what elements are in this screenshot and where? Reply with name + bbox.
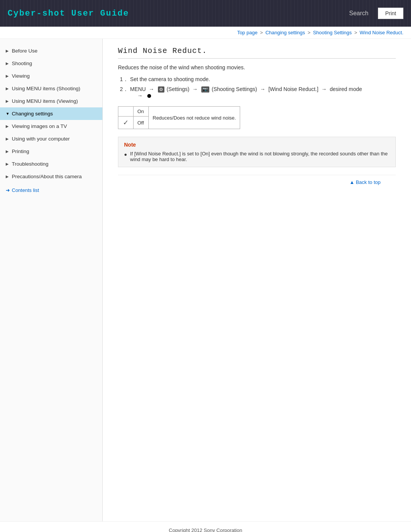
sidebar-label-troubleshooting: Troubleshooting (12, 161, 48, 167)
note-text-1: If [Wind Noise Reduct.] is set to [On] e… (130, 151, 390, 162)
sidebar-item-shooting[interactable]: Shooting (0, 57, 102, 70)
sidebar-item-printing[interactable]: Printing (0, 145, 102, 158)
sidebar-label-viewing: Viewing (12, 73, 30, 79)
sidebar-label-shooting: Shooting (12, 61, 32, 66)
checkmark-icon: ✓ (123, 119, 129, 126)
note-title: Note (124, 142, 390, 148)
header-actions: Search Print (344, 8, 404, 19)
breadcrumb-changing-settings[interactable]: Changing settings (265, 30, 305, 35)
camera-icon: 📷 (201, 86, 209, 93)
bullet-dot (147, 94, 151, 98)
step-2-continuation: → (136, 93, 153, 99)
sidebar-label-viewing-tv: Viewing images on a TV (12, 123, 67, 129)
sidebar-arrow-shooting (6, 61, 10, 66)
arrow-1: → (149, 86, 154, 92)
sidebar-label-printing: Printing (12, 149, 29, 154)
step-1-text: Set the camera to shooting mode. (130, 76, 396, 82)
sidebar: Before Use Shooting Viewing Using MENU i… (0, 39, 103, 521)
sidebar-arrow-changing-settings (6, 112, 10, 116)
sidebar-arrow-viewing-tv (6, 124, 10, 128)
arrow-4: → (322, 86, 327, 92)
sidebar-item-menu-shooting[interactable]: Using MENU items (Shooting) (0, 82, 102, 95)
footer: Copyright 2012 Sony Corporation (0, 521, 411, 532)
steps-list: 1． Set the camera to shooting mode. 2． M… (118, 76, 396, 99)
sidebar-arrow-troubleshooting (6, 162, 10, 166)
table-cell-desc-on: Reduces/Does not reduce wind noise. (149, 107, 240, 129)
sidebar-label-changing-settings: Changing settings (12, 111, 53, 117)
sidebar-item-using-computer[interactable]: Using with your computer (0, 133, 102, 145)
contents-list-label: Contents list (12, 187, 39, 193)
sidebar-item-precautions[interactable]: Precautions/About this camera (0, 170, 102, 183)
back-to-top-link[interactable]: ▲ Back to top (349, 179, 381, 185)
main-layout: Before Use Shooting Viewing Using MENU i… (0, 39, 411, 521)
contents-list-arrow: ➜ (6, 187, 10, 193)
sidebar-arrow-before-use (6, 49, 10, 53)
sidebar-arrow-precautions (6, 174, 10, 179)
sidebar-arrow-printing (6, 149, 10, 153)
settings-table: On Reduces/Does not reduce wind noise. ✓… (118, 106, 240, 129)
table-cell-option-on: On (134, 107, 149, 117)
sidebar-label-menu-shooting: Using MENU items (Shooting) (12, 86, 80, 91)
sidebar-label-before-use: Before Use (12, 48, 38, 54)
settings-icon: ⚙ (158, 86, 164, 93)
sidebar-label-using-computer: Using with your computer (12, 136, 70, 142)
breadcrumb-top-page[interactable]: Top page (237, 30, 258, 35)
arrow-2: → (193, 86, 198, 92)
sidebar-item-menu-viewing[interactable]: Using MENU items (Viewing) (0, 95, 102, 107)
note-box: Note ● If [Wind Noise Reduct.] is set to… (118, 137, 396, 167)
sidebar-arrow-using-computer (6, 137, 10, 141)
breadcrumb: Top page > Changing settings > Shooting … (0, 27, 411, 39)
sidebar-arrow-viewing (6, 74, 10, 78)
copyright-text: Copyright 2012 Sony Corporation (169, 527, 242, 532)
table-row-on: On Reduces/Does not reduce wind noise. (118, 107, 240, 117)
sidebar-item-changing-settings[interactable]: Changing settings (0, 107, 102, 120)
print-button[interactable]: Print (378, 8, 403, 19)
table-cell-check-on (118, 107, 134, 117)
step-2-number: 2． (120, 86, 128, 93)
step-1-number: 1． (120, 76, 128, 83)
table-cell-option-off: Off (134, 117, 149, 129)
table-cell-check-off: ✓ (118, 117, 134, 129)
breadcrumb-wind-noise[interactable]: Wind Noise Reduct. (360, 30, 403, 35)
note-item-1: ● If [Wind Noise Reduct.] is set to [On]… (124, 151, 390, 162)
arrow-5: → (137, 93, 143, 99)
sidebar-label-precautions: Precautions/About this camera (12, 174, 82, 179)
sidebar-item-viewing[interactable]: Viewing (0, 70, 102, 82)
step-2-text: MENU → ⚙ (Settings) → 📷 (Shooting Settin… (130, 86, 396, 99)
contents-list-link[interactable]: ➜ Contents list (0, 183, 102, 198)
step-2: 2． MENU → ⚙ (Settings) → 📷 (Shooting Set… (120, 86, 396, 99)
note-bullet: ● (124, 152, 127, 157)
step-1: 1． Set the camera to shooting mode. (120, 76, 396, 83)
header: Cyber-shot User Guide Search Print (0, 0, 411, 27)
sidebar-item-viewing-tv[interactable]: Viewing images on a TV (0, 120, 102, 133)
search-button[interactable]: Search (344, 8, 374, 19)
breadcrumb-shooting-settings[interactable]: Shooting Settings (313, 30, 352, 35)
sidebar-arrow-menu-viewing (6, 99, 10, 103)
sidebar-item-before-use[interactable]: Before Use (0, 45, 102, 57)
sidebar-label-menu-viewing: Using MENU items (Viewing) (12, 98, 78, 104)
header-title: Cyber-shot User Guide (8, 9, 129, 18)
page-title: Wind Noise Reduct. (118, 46, 396, 59)
main-content: Wind Noise Reduct. Reduces the noise of … (103, 39, 411, 521)
sidebar-arrow-menu-shooting (6, 86, 10, 91)
sidebar-item-troubleshooting[interactable]: Troubleshooting (0, 158, 102, 170)
back-to-top-bar: ▲ Back to top (118, 175, 396, 189)
arrow-3: → (260, 86, 265, 92)
page-description: Reduces the noise of the wind when shoot… (118, 64, 396, 70)
